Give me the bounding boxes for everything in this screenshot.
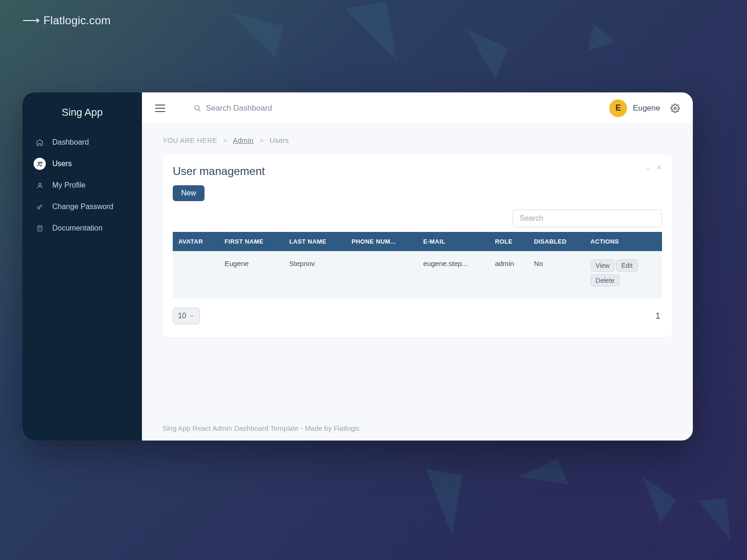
cell-actions: ViewEdit Delete (585, 251, 662, 298)
users-table: AVATAR FIRST NAME LAST NAME PHONE NUM...… (173, 232, 662, 298)
col-phone[interactable]: PHONE NUM... (346, 232, 418, 251)
main-region: E Eugene YOU ARE HERE > Admin > Users ⌄ … (142, 92, 693, 441)
content-area: YOU ARE HERE > Admin > Users ⌄ ✕ User ma… (142, 124, 693, 405)
profile-icon (34, 179, 46, 191)
breadcrumb: YOU ARE HERE > Admin > Users (162, 136, 672, 144)
app-logo[interactable]: Sing App (22, 101, 142, 132)
app-window: Sing App Dashboard Users My Profile Chan… (22, 92, 693, 441)
footer-note: Sing App React Admin Dashboard Template … (142, 405, 693, 441)
page-size-select[interactable]: 10 (173, 308, 200, 324)
cell-role: admin (489, 251, 529, 298)
table-row: Eugene Stepnov eugene.step... admin No V… (173, 251, 662, 298)
cell-last-name: Stepnov (284, 251, 346, 298)
brand-link[interactable]: ⟶ Flatlogic.com (22, 13, 111, 28)
page-number[interactable]: 1 (655, 311, 662, 321)
svg-point-5 (195, 105, 199, 110)
gear-icon[interactable] (670, 104, 680, 113)
chevron-down-icon (189, 313, 195, 319)
avatar: E (609, 99, 627, 117)
sidebar-item-label: Dashboard (52, 138, 89, 147)
breadcrumb-current: Users (270, 136, 289, 144)
sidebar-item-dashboard[interactable]: Dashboard (22, 132, 142, 153)
col-actions: ACTIONS (585, 232, 662, 251)
edit-button[interactable]: Edit (616, 259, 638, 272)
col-role[interactable]: ROLE (489, 232, 529, 251)
panel-close-icon[interactable]: ✕ (656, 164, 662, 171)
table-search-input[interactable] (513, 210, 662, 227)
col-avatar[interactable]: AVATAR (173, 232, 219, 251)
cell-first-name: Eugene (219, 251, 284, 298)
search-icon (193, 104, 201, 112)
svg-point-1 (41, 161, 42, 163)
doc-icon (34, 222, 46, 234)
col-first-name[interactable]: FIRST NAME (219, 232, 284, 251)
page-size-value: 10 (178, 312, 186, 320)
global-search (193, 104, 609, 113)
sidebar-item-users[interactable]: Users (22, 153, 142, 175)
cell-phone (346, 251, 418, 298)
key-icon (34, 201, 46, 213)
col-last-name[interactable]: LAST NAME (284, 232, 346, 251)
cell-email: eugene.step... (418, 251, 490, 298)
svg-point-0 (38, 162, 40, 164)
view-button[interactable]: View (591, 259, 615, 272)
breadcrumb-link-admin[interactable]: Admin (233, 136, 254, 144)
sidebar-item-label: Users (52, 160, 72, 168)
users-icon (34, 158, 46, 170)
svg-point-6 (674, 107, 677, 109)
svg-point-3 (37, 206, 40, 209)
cell-disabled: No (529, 251, 585, 298)
topbar: E Eugene (142, 92, 693, 124)
svg-point-2 (39, 183, 41, 185)
sidebar-item-label: My Profile (52, 181, 85, 189)
col-disabled[interactable]: DISABLED (529, 232, 585, 251)
brand-label: Flatlogic.com (43, 14, 111, 27)
cell-avatar (173, 251, 219, 298)
sidebar-item-label: Documentation (52, 224, 103, 232)
panel-title: User management (173, 165, 662, 178)
sidebar: Sing App Dashboard Users My Profile Chan… (22, 92, 142, 441)
breadcrumb-sep: > (223, 136, 227, 144)
breadcrumb-sep: > (260, 136, 264, 144)
delete-button[interactable]: Delete (591, 274, 620, 287)
col-email[interactable]: E-MAIL (418, 232, 490, 251)
breadcrumb-prefix: YOU ARE HERE (162, 136, 217, 144)
user-name-label: Eugene (633, 104, 660, 113)
sidebar-item-change-password[interactable]: Change Password (22, 196, 142, 217)
sidebar-item-documentation[interactable]: Documentation (22, 217, 142, 239)
menu-toggle-button[interactable] (155, 105, 165, 112)
users-panel: ⌄ ✕ User management New AVATAR FIRST NAM… (162, 154, 672, 337)
new-user-button[interactable]: New (173, 185, 204, 201)
sidebar-item-profile[interactable]: My Profile (22, 175, 142, 196)
search-input[interactable] (206, 104, 374, 113)
table-footer: 10 1 (173, 308, 662, 324)
home-icon (34, 136, 46, 148)
panel-collapse-icon[interactable]: ⌄ (645, 164, 651, 171)
arrow-right-icon: ⟶ (22, 13, 39, 28)
sidebar-item-label: Change Password (52, 203, 113, 211)
user-menu[interactable]: E Eugene (609, 99, 680, 117)
